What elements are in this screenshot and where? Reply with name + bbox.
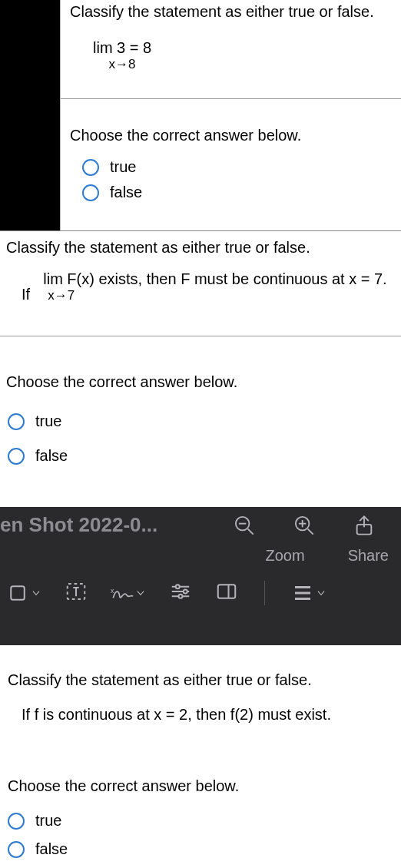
svg-text:x: x (111, 587, 114, 595)
option-label: true (35, 812, 61, 830)
separator (264, 581, 265, 605)
share-icon (353, 515, 375, 536)
viewer-labels: Zoom Share (0, 547, 401, 565)
zoom-out-button[interactable] (234, 515, 255, 539)
text-box-icon (65, 580, 88, 603)
radio-icon (8, 413, 25, 430)
chevron-down-icon (31, 588, 41, 598)
sliders-icon (169, 580, 192, 603)
option-label: false (35, 840, 68, 858)
option-label: true (110, 158, 136, 176)
answer-prompt: Choose the correct answer below. (61, 99, 401, 158)
question-prompt: Classify the statement as either true or… (0, 231, 401, 261)
stmt-top: lim F(x) exists, then F must be continuo… (43, 270, 386, 288)
limit-expression: lim 3 = 8 x→8 (61, 30, 401, 72)
layout-tool-button[interactable] (215, 580, 238, 606)
question-card-1: Classify the statement as either true or… (60, 0, 401, 230)
radio-icon (82, 159, 99, 176)
option-true[interactable]: true (8, 412, 401, 430)
options-group: true false (61, 158, 401, 201)
option-true[interactable]: true (82, 158, 401, 176)
text-tool-button[interactable] (65, 580, 88, 606)
option-label: true (35, 412, 61, 430)
svg-line-4 (308, 529, 313, 535)
option-label: false (110, 184, 142, 201)
question-card-2: Classify the statement as either true or… (0, 230, 401, 507)
stmt-prefix: If (22, 286, 30, 303)
zoom-in-button[interactable] (293, 515, 315, 539)
sidebar-icon (215, 580, 238, 603)
option-false[interactable]: false (8, 840, 401, 858)
crop-menu-button[interactable] (6, 581, 41, 605)
chevron-down-icon (316, 588, 326, 598)
zoom-in-icon (293, 515, 315, 536)
question-prompt: Classify the statement as either true or… (0, 668, 401, 697)
zoom-out-icon (234, 515, 255, 536)
limit-top: lim 3 = 8 (93, 39, 151, 57)
file-title: en Shot 2022-0... (0, 513, 234, 537)
share-label: Share (348, 547, 389, 565)
chevron-down-icon (135, 588, 146, 598)
statement: If lim F(x) exists, then F must be conti… (0, 261, 401, 303)
svg-rect-17 (218, 585, 236, 598)
adjust-tool-button[interactable] (169, 580, 192, 606)
answer-prompt: Choose the correct answer below. (0, 724, 401, 807)
share-button[interactable] (353, 515, 375, 539)
signature-menu-button[interactable]: x (111, 581, 146, 605)
question-prompt: Classify the statement as either true or… (61, 0, 401, 30)
signature-icon: x (111, 581, 134, 605)
svg-point-14 (184, 590, 187, 594)
svg-rect-8 (11, 586, 25, 600)
radio-icon (8, 841, 25, 858)
viewer-toolbar: en Shot 2022-0... Zoom Share (0, 507, 401, 645)
svg-line-1 (248, 529, 254, 535)
hamburger-icon (291, 581, 314, 605)
question-card-3: Classify the statement as either true or… (0, 645, 401, 868)
options-group: true false (0, 807, 401, 858)
options-group: true false (0, 405, 401, 465)
option-true[interactable]: true (8, 812, 401, 830)
svg-point-16 (179, 595, 183, 598)
zoom-label: Zoom (266, 547, 305, 565)
limit-sub: x→8 (93, 57, 151, 72)
radio-icon (8, 448, 25, 465)
option-false[interactable]: false (8, 447, 401, 465)
stmt-sub: x→7 (43, 288, 386, 303)
menu-button[interactable] (291, 581, 326, 605)
answer-prompt: Choose the correct answer below. (0, 336, 401, 405)
crop-icon (6, 581, 29, 605)
svg-point-12 (176, 585, 180, 588)
radio-icon (8, 813, 25, 830)
statement: If f is continuous at x = 2, then f(2) m… (0, 697, 401, 724)
radio-icon (82, 184, 99, 201)
option-false[interactable]: false (82, 184, 401, 201)
option-label: false (35, 447, 68, 465)
